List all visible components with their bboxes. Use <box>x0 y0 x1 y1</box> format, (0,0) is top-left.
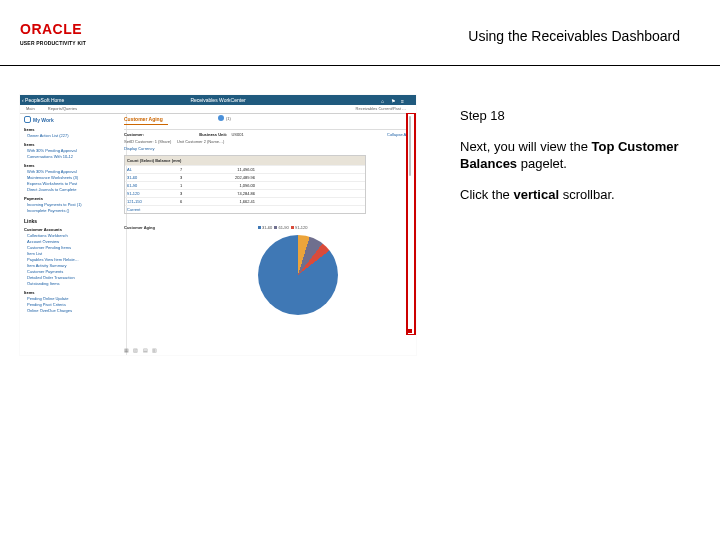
chart-icon[interactable]: ▧ <box>133 347 138 353</box>
sidebar-item[interactable]: Owner Action List (227) <box>27 133 122 139</box>
tab-customer-aging[interactable]: Customer Aging <box>124 116 408 123</box>
page-header: ORACLE USER PRODUCTIVITY KIT Using the R… <box>20 22 700 60</box>
lab-customer: Customer: <box>124 132 144 138</box>
table-row[interactable]: 61-9011,096.00 <box>125 181 365 189</box>
scrollbar-down-icon[interactable] <box>408 329 412 333</box>
subnav-reports[interactable]: Reports/Queries <box>48 105 77 113</box>
subnav-right: Receivables Current/Past … <box>356 105 406 113</box>
header-rule <box>0 65 720 66</box>
sidebar: My Work Items Owner Action List (227) It… <box>20 113 127 355</box>
table-row[interactable]: 31-603202,489.96 <box>125 173 365 181</box>
download-icon[interactable]: ▤ <box>143 347 148 353</box>
brand-top: ORACLE <box>20 22 86 36</box>
table-header: Count (Select) Balance (mm) <box>125 156 365 165</box>
sidebar-links-header[interactable]: Links <box>24 218 122 224</box>
sidebar-item[interactable]: Incomplete Payments () <box>27 208 122 214</box>
table-row[interactable]: AL711,496.01 <box>125 165 365 173</box>
aging-pie-chart[interactable] <box>258 235 338 315</box>
portfolio-icon[interactable]: (1) <box>218 115 231 122</box>
lab-setid: SetID Customer: <box>124 139 154 144</box>
home-icon[interactable]: ⌂ <box>381 96 388 103</box>
lab-bu: Business Unit: <box>199 132 227 138</box>
display-currency-link[interactable]: Display Currency <box>124 146 408 152</box>
step-number: Step 18 <box>460 107 720 124</box>
sidebar-link[interactable]: Online OverDue Charges <box>27 308 122 314</box>
page-title: Using the Receivables Dashboard <box>468 28 680 44</box>
sidebar-item[interactable]: Direct Journals to Complete <box>27 187 122 193</box>
print-icon[interactable]: ▥ <box>152 347 157 353</box>
val-bu: US001 <box>231 132 243 138</box>
excel-icon[interactable]: ▦ <box>124 347 129 353</box>
main-area: Customer Aging (1) Customer: Business Un… <box>118 113 408 355</box>
flag-icon[interactable]: ⚑ <box>391 96 398 103</box>
chart-title: Customer Aging <box>124 225 155 231</box>
subnav-main[interactable]: Main <box>26 105 35 113</box>
chart-legend: 31-60 61-90 91-120 <box>258 225 307 230</box>
topbar-title: Receivables WorkCenter <box>20 95 416 105</box>
aging-table: Count (Select) Balance (mm) AL711,496.01… <box>124 155 366 214</box>
sidebar-mywork[interactable]: My Work <box>24 116 122 124</box>
vertical-scrollbar[interactable] <box>406 113 416 335</box>
step-text-2: Click the vertical scrollbar. <box>460 186 720 203</box>
scrollbar-thumb[interactable] <box>409 116 411 176</box>
sidebar-link[interactable]: Outstanding Items <box>27 281 122 287</box>
menu-icon[interactable]: ≡ <box>401 96 408 103</box>
tab-underline <box>124 124 168 125</box>
collapse-all-link[interactable]: Collapse All <box>387 132 408 138</box>
table-row[interactable]: 121-15061,662.41 <box>125 197 365 205</box>
export-icons: ▦ ▧ ▤ ▥ <box>124 347 160 353</box>
oracle-logo: ORACLE USER PRODUCTIVITY KIT <box>20 22 86 47</box>
step-text-1: Next, you will view the Top Customer Bal… <box>460 138 720 172</box>
table-row[interactable]: 91-120374,284.86 <box>125 189 365 197</box>
app-topbar: ‹ PeopleSoft Home Receivables WorkCenter… <box>20 95 416 105</box>
filter-panel: Customer: Business Unit: US001 Collapse … <box>124 129 408 214</box>
table-row[interactable]: Current <box>125 205 365 213</box>
sidebar-item[interactable]: Conversations With 10-12 <box>27 154 122 160</box>
step-instructions: Step 18 Next, you will view the Top Cust… <box>460 107 720 217</box>
brand-bottom: USER PRODUCTIVITY KIT <box>20 40 86 47</box>
app-screenshot: ‹ PeopleSoft Home Receivables WorkCenter… <box>20 95 416 355</box>
avatar-icon <box>218 115 224 121</box>
